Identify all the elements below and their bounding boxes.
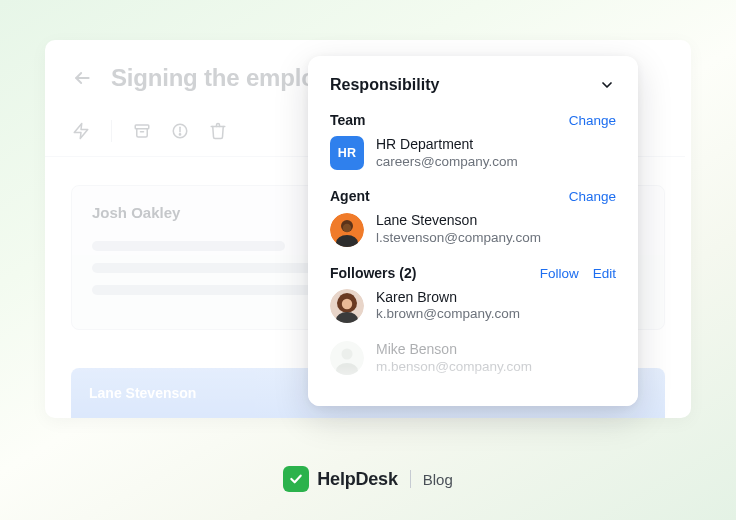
follow-link[interactable]: Follow bbox=[540, 266, 579, 281]
follower-email: k.brown@company.com bbox=[376, 306, 520, 323]
agent-avatar bbox=[330, 213, 364, 247]
follower-email: m.benson@company.com bbox=[376, 359, 532, 376]
footer-section: Blog bbox=[423, 471, 453, 488]
svg-rect-2 bbox=[135, 125, 149, 129]
agent-name: Lane Stevenson bbox=[376, 212, 541, 230]
agent-email: l.stevenson@company.com bbox=[376, 230, 541, 247]
follower-avatar bbox=[330, 341, 364, 375]
svg-point-15 bbox=[342, 349, 353, 360]
reply-author: Lane Stevenson bbox=[89, 385, 196, 401]
team-section-label: Team bbox=[330, 112, 366, 128]
agent-entity: Lane Stevenson l.stevenson@company.com bbox=[330, 212, 616, 246]
trash-icon[interactable] bbox=[208, 121, 228, 141]
svg-point-12 bbox=[342, 299, 352, 309]
brand-name: HelpDesk bbox=[317, 469, 397, 490]
agent-section-label: Agent bbox=[330, 188, 370, 204]
back-arrow-icon[interactable] bbox=[71, 67, 93, 89]
follower-name: Mike Benson bbox=[376, 341, 532, 359]
edit-followers-link[interactable]: Edit bbox=[593, 266, 616, 281]
chevron-down-icon[interactable] bbox=[598, 76, 616, 94]
team-name: HR Department bbox=[376, 136, 518, 154]
followers-section-label: Followers (2) bbox=[330, 265, 416, 281]
panel-title: Responsibility bbox=[330, 76, 439, 94]
responsibility-panel: Responsibility Team Change HR HR Departm… bbox=[308, 56, 638, 406]
spam-icon[interactable] bbox=[170, 121, 190, 141]
svg-marker-1 bbox=[74, 124, 88, 139]
follower-avatar bbox=[330, 289, 364, 323]
follower-entity: Mike Benson m.benson@company.com bbox=[330, 341, 616, 375]
team-entity: HR HR Department careers@company.com bbox=[330, 136, 616, 170]
toolbar-divider bbox=[111, 120, 112, 142]
svg-point-6 bbox=[179, 134, 180, 135]
follower-entity: Karen Brown k.brown@company.com bbox=[330, 289, 616, 323]
footer-divider bbox=[410, 470, 411, 488]
archive-icon[interactable] bbox=[132, 121, 152, 141]
change-agent-link[interactable]: Change bbox=[569, 189, 616, 204]
follower-name: Karen Brown bbox=[376, 289, 520, 307]
bolt-icon[interactable] bbox=[71, 121, 91, 141]
helpdesk-logo: HelpDesk bbox=[283, 466, 397, 492]
team-badge: HR bbox=[330, 136, 364, 170]
change-team-link[interactable]: Change bbox=[569, 113, 616, 128]
footer: HelpDesk Blog bbox=[0, 466, 736, 492]
team-email: careers@company.com bbox=[376, 154, 518, 171]
skeleton-line bbox=[92, 241, 285, 251]
helpdesk-mark-icon bbox=[283, 466, 309, 492]
svg-point-10 bbox=[343, 223, 351, 231]
